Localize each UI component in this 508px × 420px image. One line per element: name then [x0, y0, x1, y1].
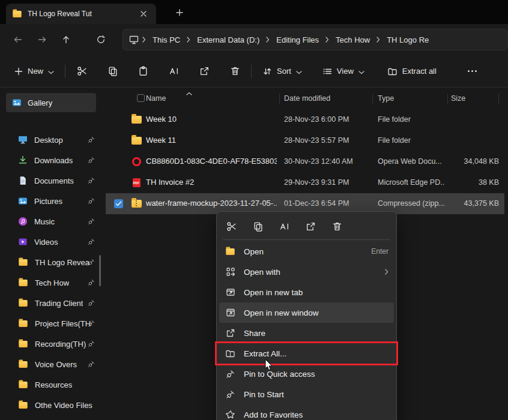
view-button[interactable]: View [316, 61, 370, 81]
new-label: New [28, 67, 43, 76]
sidebar-item-label: Videos [34, 238, 58, 247]
sidebar-scrollbar[interactable] [99, 255, 101, 286]
delete-icon[interactable] [331, 220, 343, 232]
row-checkbox-checked[interactable] [114, 199, 123, 208]
menu-shortcut: Enter [371, 247, 389, 256]
forward-button[interactable] [30, 29, 54, 50]
column-header-date[interactable]: Date modified [284, 94, 330, 103]
sidebar-item-documents[interactable]: Documents [0, 170, 102, 191]
column-header-type[interactable]: Type [378, 94, 394, 103]
sort-ascending-icon [186, 89, 192, 97]
cut-icon[interactable] [225, 220, 237, 232]
star-icon [225, 410, 236, 419]
copy-icon[interactable] [252, 220, 264, 232]
delete-button[interactable] [223, 61, 246, 82]
cut-button[interactable] [70, 61, 93, 82]
sidebar-item-pictures[interactable]: Pictures [0, 191, 102, 211]
sidebar-item-voice-overs[interactable]: Voice Overs [0, 354, 102, 374]
menu-item-pin-to-quick-access[interactable]: Pin to Quick access [219, 364, 394, 384]
sidebar-item-other-video-files[interactable]: Othe Video Files [0, 395, 102, 415]
sidebar-item-downloads[interactable]: Downloads [0, 150, 102, 170]
sidebar-item-trading-client[interactable]: Trading Client [0, 293, 102, 313]
new-button[interactable]: New [8, 61, 60, 81]
rename-icon[interactable] [278, 220, 290, 232]
breadcrumb-th-logo[interactable]: TH Logo Re [381, 33, 434, 47]
folder-icon [13, 10, 21, 17]
up-button[interactable] [54, 29, 78, 50]
menu-item-pin-to-start[interactable]: Pin to Start [219, 384, 394, 404]
rename-button[interactable] [162, 61, 185, 82]
column-header-name[interactable]: Name [146, 94, 166, 103]
sidebar-item-tech-how[interactable]: Tech How [0, 272, 102, 293]
extract-all-label: Extract all [402, 67, 437, 76]
sidebar-item-th-logo-reveal[interactable]: TH Logo Revea [0, 252, 102, 272]
column-divider[interactable] [447, 94, 448, 104]
menu-item-label: Open in new tab [244, 288, 303, 297]
sidebar-item-label: Project Files(TH [35, 319, 91, 328]
submenu-chevron-icon [385, 269, 389, 275]
file-row-week-10[interactable]: Week 10 28-Nov-23 6:00 PM File folder [102, 109, 508, 130]
breadcrumb[interactable]: This PC External Data (D:) Editing Files… [122, 29, 508, 50]
pin-icon [88, 361, 95, 368]
annotation-red-box [215, 341, 398, 365]
copy-button[interactable] [101, 61, 124, 82]
breadcrumb-external-data[interactable]: External Data (D:) [192, 33, 265, 47]
paste-button[interactable] [132, 61, 154, 82]
column-header-size[interactable]: Size [451, 94, 465, 103]
sidebar-item-music[interactable]: Music [0, 211, 102, 232]
file-name: Week 10 [146, 115, 277, 124]
sidebar-item-project-files[interactable]: Project Files(TH [0, 313, 102, 334]
sort-label: Sort [277, 67, 291, 76]
folder-icon [19, 299, 27, 306]
breadcrumb-this-pc[interactable]: This PC [147, 33, 186, 47]
sidebar-item-label: Gallery [28, 98, 52, 107]
column-headers: Name Date modified Type Size [102, 88, 508, 109]
breadcrumb-editing-files[interactable]: Editing Files [271, 33, 324, 47]
sort-button[interactable]: Sort [256, 61, 308, 81]
pin-icon [88, 136, 95, 143]
sidebar-item-label: Downloads [34, 156, 73, 165]
file-row-opera-document[interactable]: CB8860D1-083C-4DE0-AF78-E53803F... 30-No… [102, 151, 508, 172]
menu-item-open-with[interactable]: Open with [219, 262, 394, 282]
refresh-button[interactable] [89, 29, 113, 50]
more-options-button[interactable] [463, 64, 482, 78]
new-tab-button[interactable] [172, 5, 187, 20]
file-type: File folder [378, 115, 445, 124]
menu-item-open-in-new-tab[interactable]: Open in new tab [219, 282, 394, 302]
extract-all-button[interactable]: Extract all [381, 62, 443, 81]
share-button[interactable] [193, 61, 216, 82]
sidebar-item-resources[interactable]: Resources [0, 374, 102, 395]
menu-item-extract-all[interactable]: Extract All... [219, 343, 394, 364]
menu-item-open[interactable]: Open Enter [219, 241, 394, 262]
file-type: Microsoft Edge PD... [378, 178, 445, 187]
back-button[interactable] [6, 29, 30, 50]
file-date: 28-Nov-23 6:00 PM [284, 115, 349, 124]
file-row-th-invoice[interactable]: TH Invoice #2 29-Nov-23 9:31 PM Microsof… [102, 172, 508, 193]
zip-folder-icon [132, 200, 142, 208]
sidebar-item-gallery[interactable]: Gallery [6, 93, 96, 112]
tab-title: TH Logo Reveal Tut [28, 10, 132, 18]
sidebar-item-label: Tech How [35, 278, 69, 287]
sidebar-item-desktop[interactable]: Desktop [0, 130, 102, 150]
column-divider[interactable] [498, 94, 499, 104]
menu-item-share[interactable]: Share [219, 323, 394, 343]
explorer-tab[interactable]: TH Logo Reveal Tut [6, 4, 156, 24]
select-all-checkbox[interactable] [137, 94, 145, 102]
menu-item-label: Pin to Start [244, 390, 284, 399]
sidebar-item-videos[interactable]: Videos [0, 232, 102, 252]
menu-item-add-to-favorites[interactable]: Add to Favorites [219, 404, 394, 420]
sidebar-item-recording[interactable]: Recording(TH) [0, 334, 102, 354]
close-tab-icon[interactable] [137, 7, 150, 20]
sidebar-item-label: Voice Overs [35, 360, 77, 369]
share-icon[interactable] [304, 220, 316, 232]
column-divider[interactable] [372, 94, 373, 104]
menu-item-open-in-new-window[interactable]: Open in new window [219, 302, 394, 323]
column-divider[interactable] [279, 94, 280, 104]
file-type: Compressed (zipp... [378, 199, 445, 208]
file-name: TH Invoice #2 [146, 178, 277, 187]
folder-icon [132, 116, 142, 124]
breadcrumb-tech-how[interactable]: Tech How [330, 33, 375, 47]
file-row-week-11[interactable]: Week 11 28-Nov-23 5:57 PM File folder [102, 130, 508, 151]
pin-icon [88, 320, 95, 327]
open-with-icon [225, 267, 236, 277]
